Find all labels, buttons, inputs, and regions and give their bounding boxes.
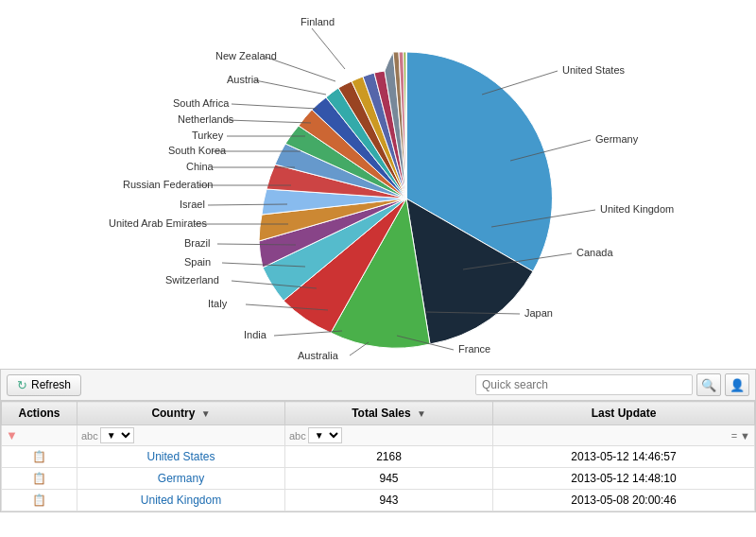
row-date-1: 2013-05-12 14:46:57 bbox=[493, 446, 755, 468]
svg-text:Australia: Australia bbox=[298, 350, 339, 361]
svg-text:Austria: Austria bbox=[227, 74, 260, 85]
refresh-button[interactable]: ↻ Refresh bbox=[7, 374, 81, 396]
table-header-row: Actions Country ▼ Total Sales ▼ Last Upd… bbox=[2, 402, 755, 425]
table-row: 📋 Germany 945 2013-05-12 14:48:10 bbox=[2, 468, 755, 490]
svg-text:Canada: Canada bbox=[576, 247, 613, 258]
sort-arrow-sales: ▼ bbox=[417, 408, 426, 419]
filter-actions-cell: ▼ bbox=[2, 425, 77, 446]
row-date-2: 2013-05-12 14:48:10 bbox=[493, 468, 755, 490]
filter-country-select[interactable]: ▼ bbox=[100, 427, 134, 443]
svg-text:China: China bbox=[186, 161, 215, 172]
svg-text:South Africa: South Africa bbox=[173, 97, 230, 109]
pie-wrapper: United States Germany United Kingdom Can… bbox=[0, 0, 756, 369]
svg-line-38 bbox=[232, 104, 318, 109]
row-date-3: 2013-05-08 20:00:46 bbox=[493, 490, 755, 511]
filter-icon: ▼ bbox=[6, 428, 18, 442]
row-icon-3: 📋 bbox=[32, 494, 46, 507]
data-table-wrapper: Actions Country ▼ Total Sales ▼ Last Upd… bbox=[0, 400, 756, 512]
pie-chart: United States Germany United Kingdom Can… bbox=[0, 0, 756, 369]
filter-eq-icon: = ▼ bbox=[731, 430, 750, 442]
table-body: 📋 United States 2168 2013-05-12 14:46:57… bbox=[2, 446, 755, 511]
row-country-1[interactable]: United States bbox=[77, 446, 285, 468]
svg-text:United States: United States bbox=[562, 64, 626, 76]
table-row: 📋 United States 2168 2013-05-12 14:46:57 bbox=[2, 446, 755, 468]
filter-sales-icon: abc bbox=[289, 430, 306, 442]
row-sales-3: 943 bbox=[285, 490, 493, 511]
svg-text:Israel: Israel bbox=[180, 199, 205, 210]
svg-text:Netherlands: Netherlands bbox=[178, 113, 234, 125]
row-actions-2: 📋 bbox=[2, 468, 77, 490]
row-icon-1: 📋 bbox=[32, 450, 46, 463]
svg-text:United Arab Emirates: United Arab Emirates bbox=[109, 217, 207, 229]
svg-text:Switzerland: Switzerland bbox=[165, 274, 219, 286]
refresh-icon: ↻ bbox=[17, 378, 27, 392]
col-header-country[interactable]: Country ▼ bbox=[77, 402, 285, 425]
svg-line-44 bbox=[312, 28, 345, 69]
svg-text:Finland: Finland bbox=[301, 16, 335, 27]
table-filter-row: ▼ abc ▼ abc ▼ bbox=[2, 425, 755, 446]
data-table: Actions Country ▼ Total Sales ▼ Last Upd… bbox=[1, 401, 755, 511]
svg-text:Japan: Japan bbox=[524, 307, 553, 319]
svg-text:Germany: Germany bbox=[595, 133, 639, 145]
filter-sales-select[interactable]: ▼ bbox=[308, 427, 342, 443]
filter-country-cell: abc ▼ bbox=[77, 425, 285, 446]
svg-text:Spain: Spain bbox=[184, 256, 211, 268]
col-header-actions: Actions bbox=[2, 402, 77, 425]
row-country-3[interactable]: United Kingdom bbox=[77, 490, 285, 511]
svg-text:Russian Federation: Russian Federation bbox=[123, 179, 213, 190]
col-header-total-sales[interactable]: Total Sales ▼ bbox=[285, 402, 493, 425]
search-button[interactable]: 🔍 bbox=[696, 373, 721, 396]
col-header-last-update[interactable]: Last Update bbox=[493, 402, 755, 425]
sort-arrow-country: ▼ bbox=[201, 408, 211, 419]
row-sales-2: 945 bbox=[285, 468, 493, 490]
table-row: 📋 United Kingdom 943 2013-05-08 20:00:46 bbox=[2, 490, 755, 511]
filter-country-icon: abc bbox=[81, 430, 98, 442]
toolbar: ↻ Refresh 🔍 👤 bbox=[0, 369, 756, 400]
search-area: 🔍 👤 bbox=[475, 373, 749, 396]
svg-text:South Korea: South Korea bbox=[168, 145, 227, 156]
svg-line-12 bbox=[350, 342, 369, 355]
refresh-label: Refresh bbox=[31, 378, 71, 391]
filter-button[interactable]: 👤 bbox=[725, 373, 749, 396]
svg-text:United Kingdom: United Kingdom bbox=[600, 203, 674, 215]
row-actions-3: 📋 bbox=[2, 490, 77, 511]
svg-line-40 bbox=[255, 80, 326, 95]
filter-sales-cell: abc ▼ bbox=[285, 425, 493, 446]
svg-text:France: France bbox=[458, 343, 490, 355]
svg-text:India: India bbox=[244, 329, 267, 340]
svg-text:New Zealand: New Zealand bbox=[215, 50, 277, 61]
row-icon-2: 📋 bbox=[32, 472, 46, 485]
svg-text:Turkey: Turkey bbox=[192, 130, 224, 141]
search-input[interactable] bbox=[475, 374, 693, 395]
svg-text:Italy: Italy bbox=[208, 298, 228, 309]
filter-date-cell: = ▼ bbox=[493, 425, 755, 446]
svg-line-36 bbox=[227, 120, 311, 123]
row-actions-1: 📋 bbox=[2, 446, 77, 468]
row-sales-1: 2168 bbox=[285, 446, 493, 468]
row-country-2[interactable]: Germany bbox=[77, 468, 285, 490]
svg-text:Brazil: Brazil bbox=[184, 237, 211, 249]
chart-container: United States Germany United Kingdom Can… bbox=[0, 0, 756, 369]
